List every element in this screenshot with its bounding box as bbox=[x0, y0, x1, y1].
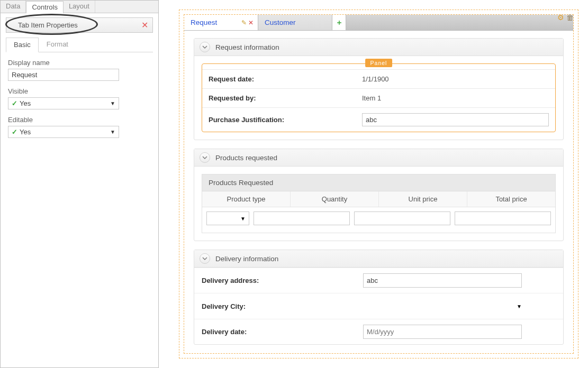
tab-controls[interactable]: Controls bbox=[26, 1, 63, 13]
canvas-inner: Request ✎ ✕ Customer ＋ bbox=[184, 14, 574, 354]
label-display-name: Display name bbox=[8, 59, 151, 67]
close-icon[interactable]: ✕ bbox=[141, 20, 148, 30]
table-title: Products Requested bbox=[202, 174, 555, 191]
products-table: Products Requested Product type Quantity… bbox=[202, 174, 556, 233]
form-tab-customer[interactable]: Customer bbox=[258, 15, 332, 30]
input-total-price[interactable] bbox=[455, 211, 551, 225]
panel-box: Panel Request date: 1/1/1900 Requested b… bbox=[202, 63, 556, 132]
trash-icon[interactable]: 🗑 bbox=[566, 13, 574, 22]
chevron-down-icon: ▼ bbox=[240, 216, 246, 222]
check-icon: ✓ bbox=[12, 128, 17, 136]
panel-tab-item-properties: Tab Item Properties ✕ bbox=[6, 17, 153, 33]
subtab-format[interactable]: Format bbox=[39, 37, 76, 52]
table-row: ▼ bbox=[202, 207, 555, 233]
chevron-down-icon: ▼ bbox=[110, 129, 115, 135]
canvas-outer: ⚙ 🗑 Request ✎ ✕ Customer ＋ bbox=[179, 10, 578, 358]
canvas-area: ⚙ 🗑 Request ✎ ✕ Customer ＋ bbox=[159, 0, 588, 368]
add-tab-button[interactable]: ＋ bbox=[332, 15, 346, 30]
label-delivery-date: Delivery date: bbox=[202, 328, 363, 336]
select-delivery-city[interactable]: ▼ bbox=[363, 299, 522, 314]
input-quantity[interactable] bbox=[254, 211, 350, 225]
section-request-info: Request information Panel Request date: … bbox=[194, 38, 564, 140]
collapse-button[interactable] bbox=[200, 152, 210, 163]
sidebar-tabs: Data Controls Layout bbox=[1, 1, 158, 13]
input-display-name[interactable] bbox=[8, 69, 119, 81]
input-purchase-justification[interactable] bbox=[362, 113, 549, 126]
panel-badge: Panel bbox=[365, 59, 393, 67]
label-delivery-city: Delivery City: bbox=[202, 302, 363, 310]
section-title: Delivery information bbox=[215, 255, 278, 263]
sidebar: Data Controls Layout Tab Item Properties… bbox=[0, 0, 159, 368]
value-request-date: 1/1/1900 bbox=[362, 75, 549, 83]
plus-icon: ＋ bbox=[336, 18, 343, 27]
col-product-type: Product type bbox=[202, 191, 291, 207]
value-requested-by: Item 1 bbox=[362, 94, 549, 102]
properties-form: Display name Visible ✓ Yes ▼ Editable ✓ … bbox=[1, 52, 158, 151]
edit-icon[interactable]: ✎ bbox=[241, 19, 247, 26]
input-delivery-date[interactable] bbox=[363, 325, 522, 339]
table-header: Product type Quantity Unit price Total p… bbox=[202, 191, 555, 207]
chevron-down-icon bbox=[202, 256, 207, 261]
select-visible-value: Yes bbox=[20, 99, 110, 107]
form-tab-request-label: Request bbox=[191, 19, 217, 26]
chevron-down-icon bbox=[202, 44, 207, 50]
input-delivery-address[interactable] bbox=[363, 273, 522, 288]
chevron-down-icon bbox=[202, 155, 207, 160]
subtabs: Basic Format bbox=[6, 37, 153, 52]
form-tabs: Request ✎ ✕ Customer ＋ bbox=[184, 15, 573, 31]
section-title: Request information bbox=[215, 43, 279, 51]
section-title: Products requested bbox=[215, 154, 277, 162]
form-tab-customer-label: Customer bbox=[265, 19, 296, 26]
label-request-date: Request date: bbox=[209, 75, 362, 83]
collapse-button[interactable] bbox=[200, 253, 210, 264]
section-delivery: Delivery information Delivery address: D… bbox=[194, 250, 564, 345]
select-editable-value: Yes bbox=[20, 128, 110, 136]
delete-icon[interactable]: ✕ bbox=[248, 19, 254, 26]
select-visible[interactable]: ✓ Yes ▼ bbox=[8, 97, 119, 109]
check-icon: ✓ bbox=[12, 99, 17, 107]
label-purchase-justification: Purchase Justification: bbox=[209, 116, 362, 124]
select-product-type[interactable]: ▼ bbox=[206, 211, 249, 225]
form-body: Request information Panel Request date: … bbox=[184, 31, 573, 345]
chevron-down-icon: ▼ bbox=[110, 100, 115, 106]
tab-data[interactable]: Data bbox=[1, 1, 26, 13]
label-visible: Visible bbox=[8, 87, 151, 95]
select-editable[interactable]: ✓ Yes ▼ bbox=[8, 126, 119, 138]
subtab-basic[interactable]: Basic bbox=[6, 38, 39, 52]
col-total-price: Total price bbox=[467, 191, 555, 207]
label-requested-by: Requested by: bbox=[209, 94, 362, 102]
section-products: Products requested Products Requested Pr… bbox=[194, 149, 564, 241]
label-delivery-address: Delivery address: bbox=[202, 277, 363, 284]
col-unit-price: Unit price bbox=[379, 191, 467, 207]
collapse-button[interactable] bbox=[200, 42, 210, 52]
form-tab-request[interactable]: Request ✎ ✕ bbox=[184, 15, 258, 30]
col-quantity: Quantity bbox=[291, 191, 379, 207]
gear-icon[interactable]: ⚙ bbox=[557, 13, 564, 22]
panel-title: Tab Item Properties bbox=[18, 21, 78, 29]
input-unit-price[interactable] bbox=[354, 211, 450, 225]
tab-layout[interactable]: Layout bbox=[64, 1, 95, 13]
label-editable: Editable bbox=[8, 116, 151, 124]
chevron-down-icon: ▼ bbox=[517, 303, 522, 309]
